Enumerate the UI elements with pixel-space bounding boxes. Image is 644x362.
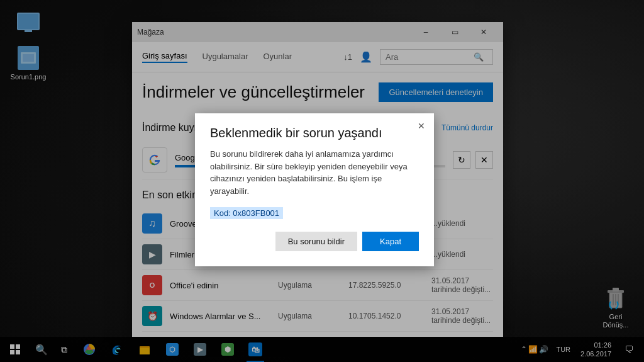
- dialog-close-button[interactable]: ✕: [414, 118, 429, 133]
- dialog-title: Beklenmedik bir sorun yaşandı: [210, 126, 419, 140]
- dialog-overlay: ✕ Beklenmedik bir sorun yaşandı Bu sorun…: [0, 0, 644, 362]
- dialog-buttons: Bu sorunu bildir Kapat: [210, 232, 419, 251]
- desktop: Sorun1.png GeriDönüş... Mağaza – ▭: [0, 0, 644, 362]
- report-button[interactable]: Bu sorunu bildir: [275, 232, 357, 251]
- close-dialog-button[interactable]: Kapat: [362, 232, 419, 251]
- dialog-body: Bu sorunu bildirerek daha iyi anlamamıza…: [210, 148, 419, 197]
- error-dialog: ✕ Beklenmedik bir sorun yaşandı Bu sorun…: [195, 113, 434, 266]
- error-code[interactable]: Kod: 0x803FB001: [210, 207, 283, 219]
